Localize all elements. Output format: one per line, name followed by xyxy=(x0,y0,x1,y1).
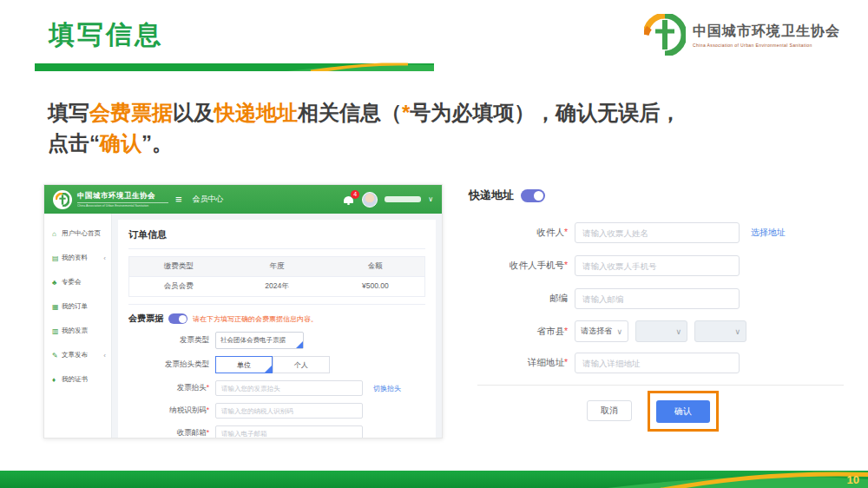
switch-title-link[interactable]: 切换抬头 xyxy=(373,384,401,393)
email-row: 收票邮箱* xyxy=(128,425,425,439)
sidebar-item-invoices[interactable]: ▥ 我的发票 xyxy=(44,319,111,343)
address-input[interactable] xyxy=(575,353,740,373)
invoice-type-row: 发票类型 社会团体会费电子票据 xyxy=(128,332,425,349)
person-button-label: 个人 xyxy=(294,360,308,370)
sidebar-item-orders[interactable]: ▦ 我的订单 xyxy=(44,294,111,319)
table-header-row: 缴费类型 年度 金额 xyxy=(129,257,424,277)
confirm-highlight-box: 确认 xyxy=(648,391,719,432)
required-star: * xyxy=(564,357,568,367)
sidebar-item-profile[interactable]: ▤ 我的资料 ‹ xyxy=(44,246,111,270)
express-panel: 快递地址 收件人* 选择地址 收件人手机号* 邮编 省市县* 请选择省 ∨ ∨ xyxy=(469,188,844,448)
province-select-value: 请选择省 xyxy=(581,326,612,337)
page-title: 填写信息 xyxy=(49,17,163,53)
instruction-text: 填写会费票据以及快递地址相关信息（*号为必填项），确认无误后， 点击“确认”。 xyxy=(48,97,829,158)
required-star: * xyxy=(564,326,568,336)
unit-button-label: 单位 xyxy=(237,360,251,370)
express-toggle[interactable] xyxy=(521,189,545,202)
table-header-cell: 金额 xyxy=(326,257,424,276)
chevron-left-icon: ‹ xyxy=(103,254,106,262)
express-title: 快递地址 xyxy=(469,188,514,203)
phone-row: 收件人手机号* xyxy=(469,255,740,276)
selected-corner-icon xyxy=(265,366,272,373)
required-star: * xyxy=(207,428,209,437)
email-input[interactable] xyxy=(215,425,363,439)
email-label: 收票邮箱* xyxy=(128,428,215,439)
district-select[interactable]: ∨ xyxy=(694,320,746,342)
sidebar-item-certificates[interactable]: ♦ 我的证书 xyxy=(44,367,111,392)
portal-header: 中国城市环境卫生协会 China Association of Urban En… xyxy=(44,185,442,214)
zip-row: 邮编 xyxy=(469,288,740,309)
invoice-type-select[interactable]: 社会团体会费电子票据 xyxy=(215,332,304,349)
table-row: 会员会费 2024年 ¥500.00 xyxy=(129,277,424,297)
title-underline xyxy=(35,63,434,71)
sidebar-item-label: 用户中心首页 xyxy=(62,229,101,238)
city-select[interactable]: ∨ xyxy=(635,320,687,342)
title-type-person-button[interactable]: 个人 xyxy=(273,356,330,373)
sidebar-item-label: 文章发布 xyxy=(62,351,88,359)
footer-wave xyxy=(0,471,868,488)
region-row: 省市县* 请选择省 ∨ ∨ ∨ xyxy=(469,320,746,342)
required-star: * xyxy=(207,406,209,414)
tax-id-label-text: 纳税识别码 xyxy=(169,406,207,414)
recipient-label: 收件人* xyxy=(469,227,575,239)
sidebar-item-label: 我的证书 xyxy=(62,375,88,384)
address-label-text: 详细地址 xyxy=(528,357,564,367)
address-label: 详细地址* xyxy=(469,357,575,369)
invoice-toggle-row: 会费票据 请在下方填写正确的会费票据信息内容。 xyxy=(128,313,425,325)
portal-nav-title[interactable]: 会员中心 xyxy=(193,194,224,205)
table-header-cell: 年度 xyxy=(227,257,326,276)
user-avatar[interactable] xyxy=(362,192,378,208)
title-type-unit-button[interactable]: 单位 xyxy=(215,356,273,373)
table-cell-amount: ¥500.00 xyxy=(326,277,424,296)
portal-brand-en: China Association of Urban Environmental… xyxy=(77,202,168,208)
order-info-title: 订单信息 xyxy=(128,228,425,241)
invoice-icon: ▥ xyxy=(52,327,62,335)
portal-brand: 中国城市环境卫生协会 China Association of Urban En… xyxy=(77,191,168,208)
invoice-type-label: 发票类型 xyxy=(128,335,215,346)
sidebar-item-committee[interactable]: ♣ 专委会 xyxy=(44,270,111,294)
org-name-en: China Association of Urban Environmental… xyxy=(693,43,840,48)
committee-icon: ♣ xyxy=(52,279,62,287)
instruction-seg: 号为必填项），确认无误后， xyxy=(410,101,681,124)
caret-down-icon: ∨ xyxy=(675,327,681,336)
chevron-down-icon[interactable]: ∨ xyxy=(428,195,433,203)
divider xyxy=(128,304,425,305)
portal-brand-zh: 中国城市环境卫生协会 xyxy=(77,191,168,201)
caret-down-icon: ∨ xyxy=(616,327,622,336)
invoice-title-row: 发票抬头* 切换抬头 xyxy=(128,380,425,396)
cancel-button[interactable]: 取消 xyxy=(587,400,632,421)
choose-address-link[interactable]: 选择地址 xyxy=(751,227,786,239)
invoice-toggle[interactable] xyxy=(168,313,187,324)
hamburger-icon[interactable]: ≡ xyxy=(175,193,182,206)
invoice-title-input[interactable] xyxy=(215,380,363,396)
instruction-highlight-invoice: 会费票据 xyxy=(89,101,173,124)
slide: 填写信息 中国城市环境卫生协会 China Association of Urb… xyxy=(0,0,868,488)
region-label: 省市县* xyxy=(469,326,575,338)
tax-id-input[interactable] xyxy=(215,403,363,419)
portal-main: 订单信息 缴费类型 年度 金额 会员会费 2024年 ¥500.00 xyxy=(118,220,436,439)
instruction-seg: 相关信息（ xyxy=(298,101,402,124)
express-header: 快递地址 xyxy=(469,188,844,203)
zip-label: 邮编 xyxy=(469,293,575,305)
instruction-seg: 以及 xyxy=(173,101,214,124)
sidebar-item-home[interactable]: ⌂ 用户中心首页 xyxy=(44,221,111,246)
invoice-type-value: 社会团体会费电子票据 xyxy=(220,336,286,345)
sidebar: ⌂ 用户中心首页 ▤ 我的资料 ‹ ♣ 专委会 ▦ 我的订单 ▥ xyxy=(44,214,112,439)
bell-icon[interactable]: 4 xyxy=(343,194,355,206)
confirm-button[interactable]: 确认 xyxy=(656,400,710,423)
table-cell-fee-type: 会员会费 xyxy=(129,277,227,296)
selected-corner-icon xyxy=(296,341,303,348)
recipient-input[interactable] xyxy=(575,222,740,243)
sidebar-item-articles[interactable]: ✎ 文章发布 ‹ xyxy=(44,343,111,367)
chevron-left-icon: ‹ xyxy=(103,352,106,359)
tax-id-row: 纳税识别码* xyxy=(128,403,425,419)
province-select[interactable]: 请选择省 ∨ xyxy=(575,320,628,342)
recipient-label-text: 收件人 xyxy=(536,227,564,237)
instruction-highlight-express: 快递地址 xyxy=(214,101,298,124)
order-icon: ▦ xyxy=(52,303,62,311)
zip-input[interactable] xyxy=(575,288,740,309)
tax-id-label: 纳税识别码* xyxy=(128,406,215,416)
required-star: * xyxy=(564,227,568,237)
portal-logo-icon xyxy=(53,190,72,209)
phone-input[interactable] xyxy=(575,255,740,276)
